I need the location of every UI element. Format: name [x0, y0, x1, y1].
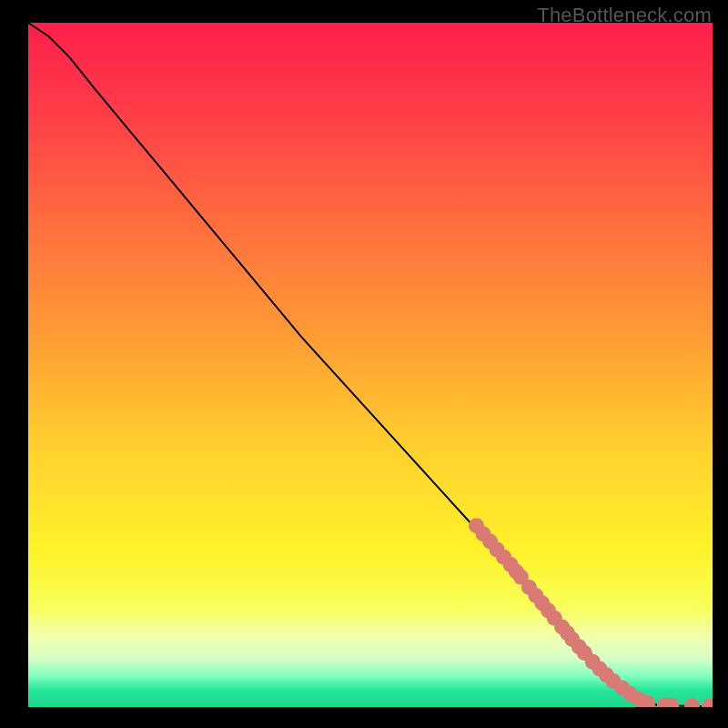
bottleneck-chart — [28, 23, 713, 707]
chart-stage: TheBottleneck.com — [0, 0, 728, 728]
plot-background — [28, 23, 713, 707]
